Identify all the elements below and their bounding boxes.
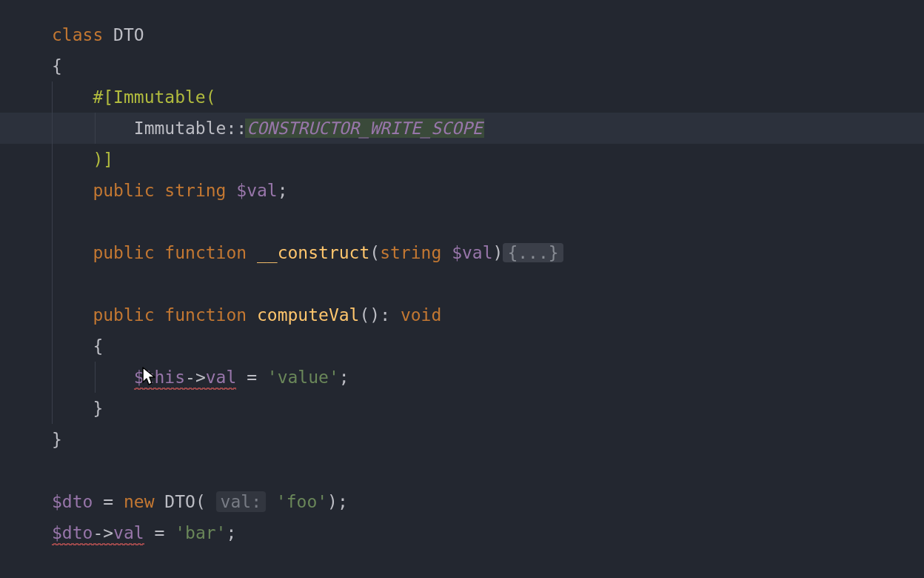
paren-open: ( [359, 305, 369, 325]
code-line[interactable]: #[Immutable( [0, 82, 924, 113]
code-line-blank[interactable] [0, 268, 924, 299]
string-literal: 'bar' [175, 523, 226, 542]
paren-close: ) [493, 243, 503, 262]
code-fold-toggle[interactable]: {...} [503, 243, 563, 262]
code-line[interactable]: public string $val; [0, 175, 924, 206]
code-line[interactable]: public function computeVal(): void [0, 299, 924, 330]
brace-open: { [93, 336, 103, 356]
function-name: computeVal [257, 305, 359, 325]
semicolon: ; [278, 181, 288, 200]
arrow-op: -> [93, 523, 113, 542]
semicolon: ; [226, 523, 236, 542]
paren-close: ) [369, 305, 380, 325]
inspection-warning[interactable]: $this->val [134, 362, 237, 393]
paren-close: ) [93, 150, 103, 169]
indent-guide [52, 144, 53, 175]
param-type: string [380, 243, 441, 262]
keyword-public: public [93, 243, 154, 262]
space [103, 25, 113, 44]
code-editor[interactable]: class DTO { #[Immutable( Immutable::CONS… [0, 0, 924, 578]
code-line[interactable]: public function __construct(string $val)… [0, 237, 924, 268]
paren-open: ( [195, 492, 206, 511]
property-ref: val [206, 368, 237, 387]
brace-open: { [52, 56, 62, 76]
double-colon: :: [226, 119, 247, 138]
semicolon: ; [338, 492, 348, 511]
string-literal: 'foo' [276, 492, 327, 511]
code-line-blank[interactable] [0, 206, 924, 237]
class-ref: Immutable [134, 119, 227, 138]
inspection-warning[interactable]: $dto->val [52, 517, 144, 548]
property-ref: val [113, 523, 144, 542]
attribute-open: #[ [93, 87, 113, 107]
this-ref: $this [134, 368, 185, 387]
semicolon: ; [339, 368, 349, 387]
indent-guide [95, 113, 96, 144]
indent-guide [52, 82, 53, 113]
parameter-name-hint[interactable]: val: [216, 491, 266, 512]
paren-close: ) [327, 492, 338, 511]
indent-guide [52, 113, 53, 144]
class-call: DTO [164, 492, 195, 511]
indent-guide [52, 237, 53, 268]
attribute-close: ] [103, 150, 113, 169]
indent-guide [52, 393, 53, 424]
indent-guide [52, 362, 53, 393]
variable: $dto [52, 523, 93, 542]
assign-op: = [144, 523, 175, 542]
indent-guide [95, 362, 96, 393]
code-line[interactable]: $this->val = 'value'; [0, 362, 924, 393]
assign-op: = [93, 492, 124, 511]
code-line[interactable]: { [0, 330, 924, 362]
code-line[interactable]: { [0, 50, 924, 82]
brace-close: } [52, 430, 62, 449]
string-literal: 'value' [267, 368, 339, 387]
indent-guide [52, 206, 53, 237]
function-name: __construct [257, 243, 369, 262]
indent-guide [52, 330, 53, 362]
arrow-op: -> [185, 368, 206, 387]
constant-ref: CONSTRUCTOR_WRITE_SCOPE [245, 119, 484, 138]
keyword-function: function [164, 243, 247, 262]
return-colon: : [380, 305, 401, 325]
indent-guide [52, 175, 53, 206]
class-name: DTO [113, 25, 144, 44]
param-var: $val [452, 243, 492, 262]
keyword-new: new [124, 492, 155, 511]
code-line[interactable]: } [0, 424, 924, 455]
code-line-blank[interactable] [0, 455, 924, 486]
code-line[interactable]: $dto->val = 'bar'; [0, 517, 924, 548]
variable: $dto [52, 492, 93, 511]
attribute-name: Immutable [113, 87, 206, 107]
paren-open: ( [206, 87, 216, 107]
code-line[interactable]: class DTO [0, 19, 924, 50]
keyword-void: void [401, 305, 441, 325]
keyword-public: public [93, 181, 154, 200]
assign-op: = [236, 368, 267, 387]
property-var: $val [236, 181, 277, 200]
keyword-string: string [164, 181, 226, 200]
keyword-class: class [52, 25, 103, 44]
keyword-public: public [93, 305, 154, 325]
brace-close: } [93, 399, 103, 418]
indent-guide [52, 268, 53, 299]
code-line[interactable]: } [0, 393, 924, 424]
code-line[interactable]: Immutable::CONSTRUCTOR_WRITE_SCOPE [0, 113, 924, 144]
paren-open: ( [369, 243, 380, 262]
code-line[interactable]: $dto = new DTO( val: 'foo'); [0, 486, 924, 517]
keyword-function: function [164, 305, 247, 325]
indent-guide [52, 299, 53, 330]
code-line[interactable]: )] [0, 144, 924, 175]
